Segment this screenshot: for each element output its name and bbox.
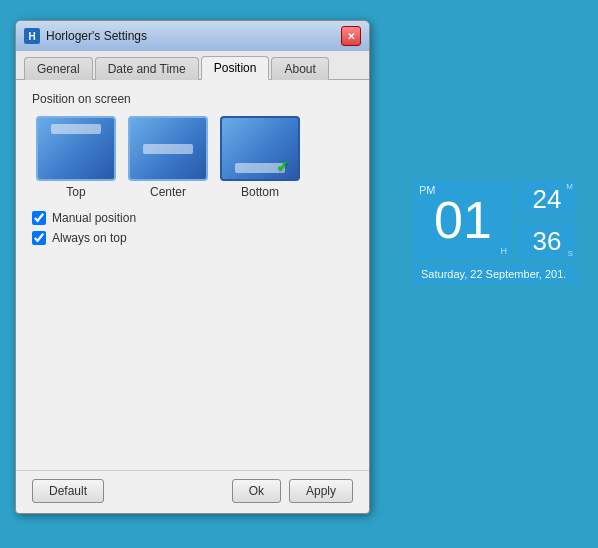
always-on-top-checkbox[interactable] bbox=[32, 231, 46, 245]
position-options: Top Center ✓ Bottom bbox=[32, 116, 353, 199]
clock-right: M 24 S 36 bbox=[517, 180, 577, 260]
clock-seconds-number: 36 bbox=[533, 226, 562, 257]
ok-apply-group: Ok Apply bbox=[232, 479, 353, 503]
apply-button[interactable]: Apply bbox=[289, 479, 353, 503]
close-button[interactable]: ✕ bbox=[341, 26, 361, 46]
clock-hours-block: PM 01 H bbox=[413, 180, 513, 260]
tab-about[interactable]: About bbox=[271, 57, 328, 80]
position-bottom[interactable]: ✓ Bottom bbox=[220, 116, 300, 199]
position-center-label: Center bbox=[150, 185, 186, 199]
position-top-icon[interactable] bbox=[36, 116, 116, 181]
position-center[interactable]: Center bbox=[128, 116, 208, 199]
always-on-top-row: Always on top bbox=[32, 231, 353, 245]
position-bottom-label: Bottom bbox=[241, 185, 279, 199]
manual-position-row: Manual position bbox=[32, 211, 353, 225]
clock-s-label: S bbox=[568, 249, 573, 258]
always-on-top-label[interactable]: Always on top bbox=[52, 231, 127, 245]
default-button[interactable]: Default bbox=[32, 479, 104, 503]
tab-general[interactable]: General bbox=[24, 57, 93, 80]
clock-minutes-block: M 24 bbox=[517, 180, 577, 218]
ok-button[interactable]: Ok bbox=[232, 479, 281, 503]
position-top[interactable]: Top bbox=[36, 116, 116, 199]
tab-date-time[interactable]: Date and Time bbox=[95, 57, 199, 80]
selected-checkmark: ✓ bbox=[276, 157, 294, 175]
clock-m-label: M bbox=[566, 182, 573, 191]
app-icon: H bbox=[24, 28, 40, 44]
tab-position[interactable]: Position bbox=[201, 56, 270, 80]
settings-dialog: H Horloger's Settings ✕ General Date and… bbox=[15, 20, 370, 514]
top-bar-indicator bbox=[51, 124, 101, 134]
title-bar-left: H Horloger's Settings bbox=[24, 28, 147, 44]
dialog-footer: Default Ok Apply bbox=[16, 470, 369, 513]
clock-date: Saturday, 22 September, 201. bbox=[413, 264, 578, 284]
tab-bar: General Date and Time Position About bbox=[16, 51, 369, 80]
position-top-label: Top bbox=[66, 185, 85, 199]
clock-seconds-block: S 36 bbox=[517, 222, 577, 260]
center-bar-indicator bbox=[143, 144, 193, 154]
title-bar: H Horloger's Settings ✕ bbox=[16, 21, 369, 51]
manual-position-checkbox[interactable] bbox=[32, 211, 46, 225]
position-center-icon[interactable] bbox=[128, 116, 208, 181]
window-title: Horloger's Settings bbox=[46, 29, 147, 43]
clock-pm: PM bbox=[419, 184, 436, 196]
clock-top: PM 01 H M 24 S 36 bbox=[413, 180, 578, 260]
section-title: Position on screen bbox=[32, 92, 353, 106]
manual-position-label[interactable]: Manual position bbox=[52, 211, 136, 225]
clock-minutes-number: 24 bbox=[533, 184, 562, 215]
clock-hour-number: 01 bbox=[434, 194, 492, 246]
clock-widget: PM 01 H M 24 S 36 Saturday, 22 September… bbox=[413, 180, 578, 284]
position-bottom-icon[interactable]: ✓ bbox=[220, 116, 300, 181]
dialog-body: Position on screen Top Center bbox=[16, 80, 369, 470]
clock-h-label: H bbox=[501, 246, 508, 256]
